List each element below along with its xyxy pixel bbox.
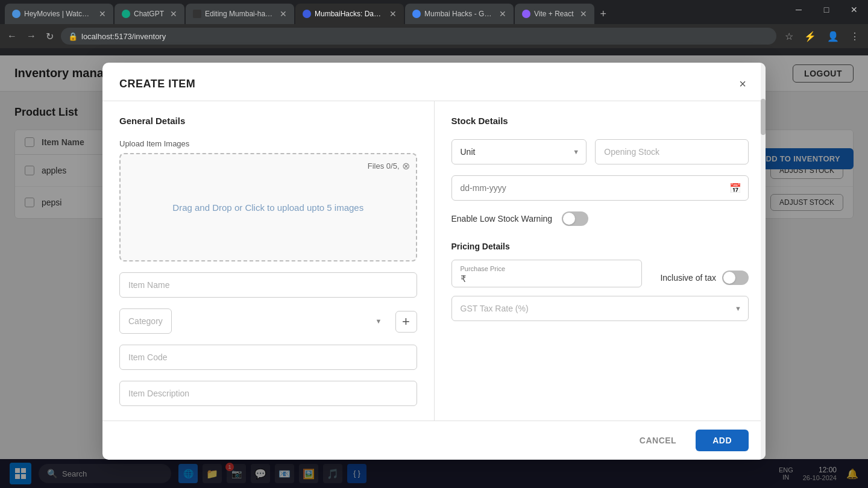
files-count: Files 0/5, ⊗ xyxy=(368,160,410,172)
date-input[interactable] xyxy=(451,175,749,201)
low-stock-toggle[interactable] xyxy=(562,211,588,226)
tab-close-icon[interactable]: ✕ xyxy=(499,9,506,19)
address-bar[interactable]: 🔒 localhost:5173/inventory xyxy=(61,28,776,45)
tab-title: Mumbai Hacks - Google ... xyxy=(424,10,493,18)
purchase-price-input[interactable] xyxy=(469,274,634,284)
url-display: localhost:5173/inventory xyxy=(81,32,166,41)
item-name-input[interactable] xyxy=(119,272,417,298)
unit-select[interactable]: Unit xyxy=(451,139,587,164)
purchase-price-label: Purchase Price xyxy=(461,265,634,272)
tab-title: ChatGPT xyxy=(134,10,164,18)
tab-title: HeyMovies | Watch The H... xyxy=(24,10,93,18)
tab-close-icon[interactable]: ✕ xyxy=(99,9,106,19)
forward-button[interactable]: → xyxy=(24,28,39,44)
modal-header: CREATE ITEM × xyxy=(102,63,766,101)
tab-favicon xyxy=(303,10,311,18)
rupee-symbol: ₹ xyxy=(461,274,467,284)
extensions-icon[interactable]: ⚡ xyxy=(800,30,820,43)
modal-right-panel: Stock Details Unit 📅 xyxy=(435,101,766,421)
tab-vite-react[interactable]: Vite + React ✕ xyxy=(515,4,594,24)
upload-label: Upload Item Images xyxy=(119,139,417,148)
category-select-wrapper: Category xyxy=(119,308,389,334)
cancel-button[interactable]: CANCEL xyxy=(629,431,687,450)
tab-editing[interactable]: Editing Mumbai-hacks/RE... ✕ xyxy=(186,4,294,24)
toggle-thumb xyxy=(563,213,575,225)
upload-area[interactable]: Files 0/5, ⊗ Drag and Drop or Click to u… xyxy=(119,153,417,261)
price-tax-row: Purchase Price ₹ Inclusive of tax xyxy=(451,260,749,296)
tab-favicon xyxy=(522,10,530,18)
purchase-price-input-row: ₹ xyxy=(461,274,634,284)
low-stock-label: Enable Low Stock Warning xyxy=(451,214,553,224)
tab-favicon xyxy=(122,10,130,18)
modal-left-panel: General Details Upload Item Images Files… xyxy=(102,101,435,421)
add-category-button[interactable]: + xyxy=(395,311,417,333)
menu-icon[interactable]: ⋮ xyxy=(846,30,863,43)
stock-details-title: Stock Details xyxy=(451,116,749,126)
back-button[interactable]: ← xyxy=(5,28,19,44)
pricing-section: Pricing Details Purchase Price ₹ xyxy=(451,242,749,321)
tab-title: MumbaiHacks: Dashboard... xyxy=(315,10,383,18)
tab-favicon xyxy=(412,10,421,18)
category-select[interactable]: Category xyxy=(119,308,172,334)
profile-icon[interactable]: 👤 xyxy=(823,30,843,43)
maximize-button[interactable]: □ xyxy=(813,0,840,19)
tab-favicon xyxy=(193,10,201,18)
window-controls: ─ □ ✕ xyxy=(785,0,868,19)
general-details-title: General Details xyxy=(119,116,417,126)
reload-button[interactable]: ↻ xyxy=(43,28,56,45)
tab-close-icon[interactable]: ✕ xyxy=(280,9,287,19)
create-item-modal: CREATE ITEM × General Details Upload Ite… xyxy=(102,63,766,460)
upload-close-icon[interactable]: ⊗ xyxy=(402,160,410,172)
address-bar-row: ← → ↻ 🔒 localhost:5173/inventory ☆ ⚡ 👤 ⋮ xyxy=(0,24,868,48)
tab-mumbaihacks-google[interactable]: Mumbai Hacks - Google ... ✕ xyxy=(405,4,514,24)
tab-close-icon[interactable]: ✕ xyxy=(389,9,397,19)
inclusive-tax-label: Inclusive of tax xyxy=(660,273,716,283)
purchase-price-wrapper: Purchase Price ₹ xyxy=(451,260,643,287)
bookmark-icon[interactable]: ☆ xyxy=(781,30,797,43)
item-description-input[interactable] xyxy=(119,381,417,406)
gst-select[interactable]: GST Tax Rate (%) xyxy=(451,296,749,321)
minimize-button[interactable]: ─ xyxy=(785,0,813,19)
opening-stock-input[interactable] xyxy=(595,139,749,164)
modal-close-button[interactable]: × xyxy=(737,75,749,93)
app-background: Inventory management LOGOUT Product List… xyxy=(0,55,868,488)
add-button[interactable]: ADD xyxy=(696,430,749,451)
modal-footer: CANCEL ADD xyxy=(102,421,766,460)
toggle-thumb xyxy=(723,272,735,284)
close-button[interactable]: ✕ xyxy=(840,0,868,19)
modal-title: CREATE ITEM xyxy=(119,78,195,90)
unit-stock-row: Unit xyxy=(451,139,749,164)
tab-bar: HeyMovies | Watch The H... ✕ ChatGPT ✕ E… xyxy=(0,0,868,24)
category-row: Category + xyxy=(119,308,417,334)
tab-title: Editing Mumbai-hacks/RE... xyxy=(205,10,274,18)
inclusive-tax-toggle[interactable] xyxy=(722,271,749,285)
tab-close-icon[interactable]: ✕ xyxy=(580,9,587,19)
gst-select-wrapper: GST Tax Rate (%) xyxy=(451,296,749,321)
low-stock-toggle-row: Enable Low Stock Warning xyxy=(451,211,749,226)
unit-select-wrapper: Unit xyxy=(451,139,587,164)
tab-favicon xyxy=(12,10,20,18)
browser-chrome: ─ □ ✕ HeyMovies | Watch The H... ✕ ChatG… xyxy=(0,0,868,55)
date-field-wrapper: 📅 xyxy=(451,175,749,201)
tab-title: Vite + React xyxy=(534,10,573,18)
modal-overlay: CREATE ITEM × General Details Upload Ite… xyxy=(0,55,868,488)
modal-scrollbar[interactable] xyxy=(761,63,766,460)
upload-hint-text: Drag and Drop or Click to upload upto 5 … xyxy=(172,202,363,213)
new-tab-button[interactable]: + xyxy=(596,8,612,20)
upload-section: Upload Item Images Files 0/5, ⊗ Drag and… xyxy=(119,139,417,261)
item-code-input[interactable] xyxy=(119,345,417,370)
modal-body: General Details Upload Item Images Files… xyxy=(102,101,766,421)
tab-heymovies[interactable]: HeyMovies | Watch The H... ✕ xyxy=(5,4,113,24)
tab-mumbaihacks-active[interactable]: MumbaiHacks: Dashboard... ✕ xyxy=(295,4,404,24)
tab-chatgpt[interactable]: ChatGPT ✕ xyxy=(115,4,184,24)
inclusive-tax-row: Inclusive of tax xyxy=(660,271,749,285)
tab-close-icon[interactable]: ✕ xyxy=(170,9,177,19)
pricing-title: Pricing Details xyxy=(451,242,749,251)
scrollbar-thumb xyxy=(761,99,766,135)
browser-actions: ☆ ⚡ 👤 ⋮ xyxy=(781,30,863,43)
